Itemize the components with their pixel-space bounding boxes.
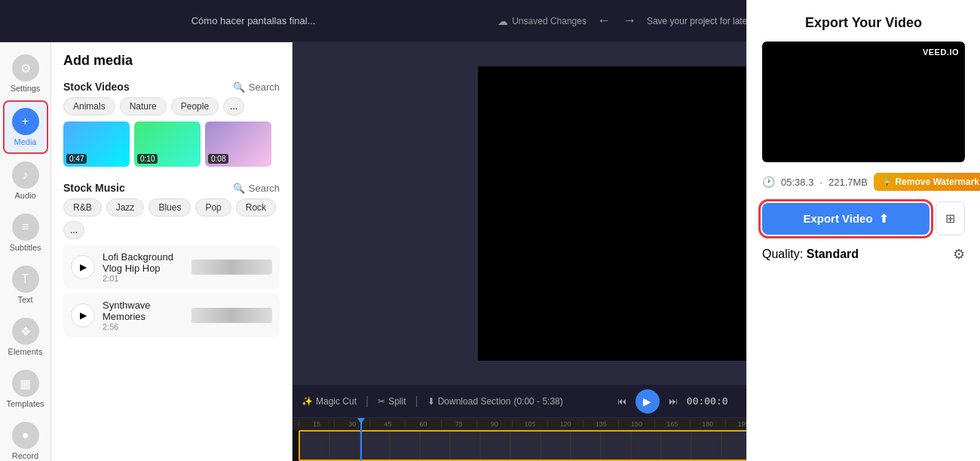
filter-nature[interactable]: Nature <box>120 97 167 115</box>
separator-1: | <box>366 395 369 408</box>
sidebar-item-text[interactable]: T Text <box>3 260 48 310</box>
sidebar-icons: ⚙ Settings + Media ♪ Audio ≡ Subtitles T… <box>0 42 51 461</box>
main-area: ⚙ Settings + Media ♪ Audio ≡ Subtitles T… <box>0 42 980 461</box>
ruler-mark: 15 <box>299 420 334 428</box>
download-icon: ⬇ <box>427 396 435 407</box>
ruler-mark: 120 <box>547 420 583 428</box>
unsaved-text: Unsaved Changes <box>512 16 586 26</box>
stock-videos-filters: Animals Nature People ... <box>51 97 292 121</box>
filter-people[interactable]: People <box>171 97 219 115</box>
video-duration-2: 0:10 <box>137 154 158 164</box>
music-item-1[interactable]: ▶ Lofi Background Vlog Hip Hop 2:01 <box>63 245 280 289</box>
sidebar-item-elements[interactable]: ❖ Elements <box>3 312 48 362</box>
clock-icon: 🕐 <box>762 176 775 188</box>
panel-title: Add media <box>51 42 292 75</box>
stock-music-header: Stock Music 🔍 Search <box>51 176 292 198</box>
veed-watermark: VEED.IO <box>923 48 959 57</box>
music-waveform-1 <box>191 260 273 275</box>
templates-icon: ▦ <box>12 370 39 397</box>
play-track-2[interactable]: ▶ <box>71 303 95 327</box>
quality-label: Quality: Standard <box>762 247 859 261</box>
stock-videos-header: Stock Videos 🔍 Search <box>51 75 292 97</box>
filter-rnb[interactable]: R&B <box>63 198 102 217</box>
sidebar-item-media[interactable]: + Media <box>3 100 48 154</box>
track-title-1: Lofi Background Vlog Hip Hop <box>103 251 184 274</box>
export-video-button[interactable]: Export Video ⬆ <box>762 203 929 235</box>
ruler-mark: 45 <box>369 420 405 428</box>
ruler-mark: 60 <box>405 420 440 428</box>
stock-music-filters: R&B Jazz Blues Pop Rock ... <box>51 198 292 245</box>
magic-cut-button[interactable]: ✨ Magic Cut <box>302 396 357 407</box>
subtitles-label: Subtitles <box>9 243 41 252</box>
split-button[interactable]: ✂ Split <box>378 396 406 407</box>
stock-videos-title: Stock Videos <box>63 81 130 93</box>
filter-rock[interactable]: Rock <box>236 198 276 217</box>
ruler-mark: 135 <box>583 420 618 428</box>
templates-label: Templates <box>6 399 44 408</box>
music-list: ▶ Lofi Background Vlog Hip Hop 2:01 ▶ Sy… <box>51 245 292 343</box>
music-item-2[interactable]: ▶ Synthwave Memories 2:56 <box>63 294 280 337</box>
sidebar-item-settings[interactable]: ⚙ Settings <box>3 48 48 99</box>
upload-icon: ⬆ <box>879 212 889 226</box>
export-secondary-button[interactable]: ⊞ <box>936 201 965 235</box>
ruler-mark: 150 <box>618 420 654 428</box>
ruler-mark: 165 <box>654 420 690 428</box>
video-thumb-3[interactable]: 0:08 <box>205 121 271 167</box>
record-icon: ● <box>12 422 39 449</box>
magic-cut-icon: ✨ <box>302 396 313 407</box>
separator-2: | <box>415 395 418 408</box>
audio-label: Audio <box>14 191 35 200</box>
audio-icon: ♪ <box>12 161 39 189</box>
settings-label: Settings <box>11 84 41 93</box>
undo-redo: ← → <box>593 10 641 32</box>
music-info-1: Lofi Background Vlog Hip Hop 2:01 <box>103 251 184 283</box>
export-label: Export Video <box>803 212 872 225</box>
export-row: Export Video ⬆ ⊞ <box>762 201 965 235</box>
track-title-2: Synthwave Memories <box>103 300 184 322</box>
media-icon: + <box>12 108 39 135</box>
remove-watermark-icon: 🔒 <box>881 177 893 187</box>
export-modal: Export Your Video VEED.IO 🕐 05:38.3 · 22… <box>746 42 980 461</box>
filter-pop[interactable]: Pop <box>195 198 231 217</box>
project-title: Cómo hacer pantallas final... <box>191 15 316 26</box>
music-filter-more[interactable]: ... <box>63 221 84 239</box>
sidebar-item-record[interactable]: ● Record <box>3 416 48 461</box>
quality-settings-button[interactable]: ⚙ <box>953 246 965 263</box>
text-icon: T <box>12 266 39 293</box>
stock-music-title: Stock Music <box>63 182 125 194</box>
play-track-1[interactable]: ▶ <box>71 255 95 279</box>
meta-size: 221.7MB <box>828 177 868 188</box>
search-icon-music: 🔍 <box>233 183 245 194</box>
media-label: Media <box>14 137 37 146</box>
sidebar-item-templates[interactable]: ▦ Templates <box>3 364 48 414</box>
music-waveform-2 <box>191 308 273 323</box>
video-thumb-2[interactable]: 0:10 <box>134 121 201 167</box>
sidebar-item-subtitles[interactable]: ≡ Subtitles <box>3 207 48 258</box>
filter-blues[interactable]: Blues <box>149 198 191 217</box>
redo-button[interactable]: → <box>618 10 641 32</box>
meta-time: 05:38.3 <box>781 177 813 188</box>
remove-watermark-button[interactable]: 🔒 Remove Watermark <box>874 173 980 191</box>
play-pause-button[interactable]: ▶ <box>635 389 660 413</box>
settings-icon: ⚙ <box>12 54 39 81</box>
filter-jazz[interactable]: Jazz <box>106 198 145 217</box>
fast-forward-button[interactable]: ⏭ <box>669 396 678 407</box>
gear-icon: ⚙ <box>953 247 965 262</box>
track-duration-1: 2:01 <box>103 274 184 283</box>
timecode-display: 00:00:0 <box>687 395 728 407</box>
download-section-button[interactable]: ⬇ Download Section (0:00 - 5:38) <box>427 396 563 407</box>
search-icon: 🔍 <box>233 81 245 93</box>
video-thumb-1[interactable]: 0:47 <box>63 121 130 167</box>
rewind-button[interactable]: ⏮ <box>617 396 626 407</box>
sidebar-item-audio[interactable]: ♪ Audio <box>3 155 48 206</box>
undo-button[interactable]: ← <box>593 10 615 32</box>
stock-videos-search[interactable]: 🔍 Search <box>233 81 280 93</box>
stock-music-search[interactable]: 🔍 Search <box>233 183 280 194</box>
video-duration-1: 0:47 <box>66 154 87 164</box>
filter-animals[interactable]: Animals <box>63 97 115 115</box>
subtitles-icon: ≡ <box>12 214 39 241</box>
filter-more-button[interactable]: ... <box>223 97 244 115</box>
grid-icon: ⊞ <box>945 212 955 225</box>
ruler-mark: 180 <box>690 420 725 428</box>
stock-videos-grid: 0:47 0:10 0:08 <box>51 121 292 176</box>
